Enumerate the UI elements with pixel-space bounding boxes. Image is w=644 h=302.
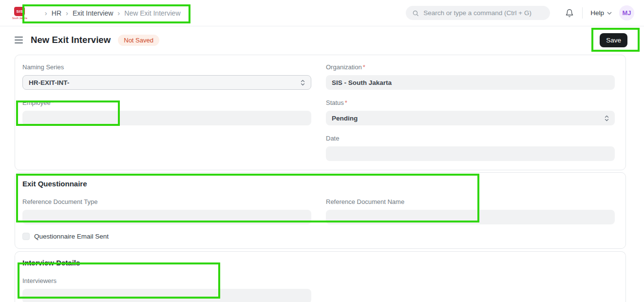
page-header: New Exit Interview Not Saved Save	[0, 26, 644, 54]
required-marker: *	[345, 99, 347, 106]
column-left: Naming Series HR-EXIT-INT- Employee*	[22, 63, 311, 170]
help-menu[interactable]: Help	[589, 7, 613, 19]
checkbox-icon[interactable]	[22, 233, 30, 240]
navbar-right: Search or type a command (Ctrl + G) Help…	[406, 5, 634, 20]
status-select[interactable]: Pending	[326, 111, 615, 125]
reference-document-type-input[interactable]	[22, 210, 311, 224]
global-search-input[interactable]: Search or type a command (Ctrl + G)	[406, 6, 550, 20]
save-button[interactable]: Save	[600, 33, 627, 47]
select-caret-icon	[301, 80, 305, 86]
screen: SIS South Jakarta › HR › Exit Interview …	[0, 0, 644, 302]
chevron-right-icon: ›	[45, 9, 47, 17]
breadcrumb-current: New Exit Interview	[124, 9, 180, 17]
questionnaire-email-sent-checkbox-row[interactable]: Questionnaire Email Sent	[15, 233, 625, 240]
column-left: Reference Document Type	[22, 198, 311, 224]
date-input[interactable]	[326, 146, 615, 161]
exit-questionnaire-title: Exit Questionnaire	[15, 180, 625, 188]
page-title: New Exit Interview	[31, 35, 111, 45]
form-area: Naming Series HR-EXIT-INT- Employee*	[15, 55, 626, 302]
breadcrumb: › HR › Exit Interview › New Exit Intervi…	[45, 9, 181, 17]
notifications-bell-icon[interactable]	[565, 9, 574, 18]
sis-logo-icon: SIS	[14, 7, 25, 16]
chevron-right-icon: ›	[117, 9, 120, 17]
reference-document-name-label: Reference Document Name	[326, 198, 615, 205]
interviewers-input[interactable]	[22, 289, 311, 302]
breadcrumb-exit-interview[interactable]: Exit Interview	[73, 9, 113, 17]
reference-document-name-input[interactable]	[326, 210, 615, 224]
status-badge: Not Saved	[118, 35, 159, 46]
naming-series-label: Naming Series	[22, 63, 311, 71]
required-marker: *	[52, 99, 54, 106]
select-caret-icon	[605, 115, 609, 121]
help-label: Help	[590, 9, 604, 17]
column-right	[326, 277, 615, 302]
interviewers-label: Interviewers	[22, 277, 311, 284]
chevron-right-icon: ›	[66, 9, 68, 17]
user-avatar[interactable]: MJ	[619, 5, 634, 20]
status-label: Status*	[326, 99, 615, 106]
app-logo[interactable]: SIS South Jakarta	[12, 7, 27, 20]
section-interview-details: Interview Details Interviewers	[15, 251, 626, 302]
logo-subtext: South Jakarta	[12, 17, 27, 20]
sidebar-toggle-icon[interactable]	[14, 36, 24, 44]
section-main-details: Naming Series HR-EXIT-INT- Employee*	[15, 55, 626, 170]
employee-label: Employee*	[22, 99, 311, 106]
navbar-divider	[582, 7, 583, 19]
column-left: Interviewers	[22, 277, 311, 302]
questionnaire-email-sent-label: Questionnaire Email Sent	[34, 233, 109, 240]
employee-input[interactable]	[22, 111, 311, 125]
breadcrumb-hr[interactable]: HR	[52, 9, 61, 17]
chevron-down-icon	[607, 12, 612, 15]
column-right: Organization* Status* Pending	[326, 63, 615, 170]
organization-input[interactable]	[326, 75, 615, 90]
organization-label: Organization*	[326, 63, 615, 71]
status-value: Pending	[332, 115, 358, 122]
navbar: SIS South Jakarta › HR › Exit Interview …	[0, 0, 644, 26]
interview-details-title: Interview Details	[15, 259, 625, 267]
required-marker: *	[363, 63, 365, 71]
naming-series-value: HR-EXIT-INT-	[29, 79, 69, 86]
reference-document-type-label: Reference Document Type	[22, 198, 311, 205]
search-placeholder: Search or type a command (Ctrl + G)	[423, 9, 531, 17]
date-label: Date	[326, 135, 615, 142]
section-exit-questionnaire: Exit Questionnaire Reference Document Ty…	[15, 172, 626, 249]
naming-series-select[interactable]: HR-EXIT-INT-	[22, 75, 311, 90]
search-icon	[412, 10, 419, 17]
column-right: Reference Document Name	[326, 198, 615, 224]
